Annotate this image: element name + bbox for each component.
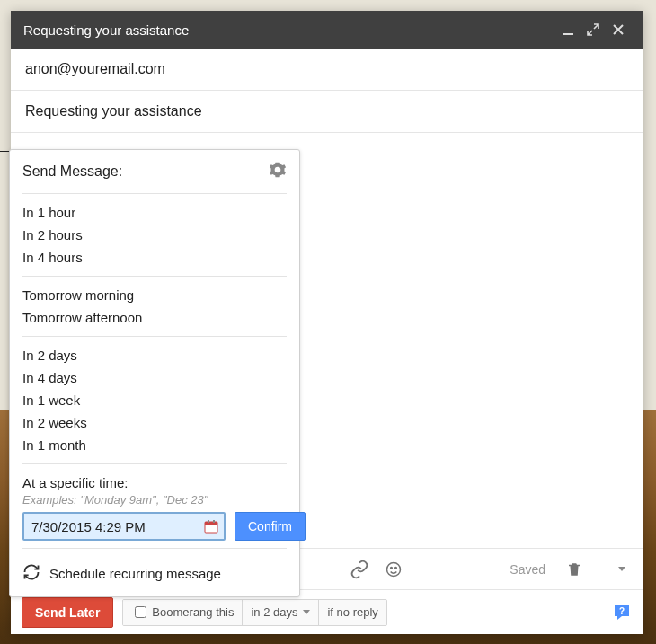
specific-time-examples: Examples: "Monday 9am", "Dec 23"	[22, 490, 287, 512]
subject-field[interactable]: Requesting your assistance	[11, 91, 643, 133]
schedule-option[interactable]: Tomorrow morning	[22, 284, 287, 306]
boomerang-checkbox[interactable]: Boomerang this	[123, 600, 243, 625]
schedule-option[interactable]: In 4 days	[22, 366, 287, 389]
schedule-popover: Send Message: In 1 hour In 2 hours In 4 …	[9, 149, 300, 597]
send-later-button[interactable]: Send Later	[22, 597, 113, 628]
recipients-field[interactable]: anon@youremail.com	[11, 49, 643, 91]
calendar-icon[interactable]	[204, 519, 218, 534]
schedule-group-1: In 1 hour In 2 hours In 4 hours	[22, 198, 287, 272]
divider	[22, 193, 287, 194]
divider	[22, 463, 287, 464]
gear-icon[interactable]	[269, 161, 287, 182]
svg-rect-6	[205, 522, 217, 525]
time-input[interactable]	[30, 518, 204, 535]
divider	[22, 276, 287, 277]
trash-icon[interactable]	[563, 559, 585, 580]
refresh-icon	[22, 563, 40, 584]
schedule-option[interactable]: In 2 days	[22, 344, 287, 366]
divider	[22, 336, 287, 337]
emoji-icon[interactable]	[383, 559, 404, 580]
svg-rect-8	[213, 520, 215, 523]
schedule-option[interactable]: Tomorrow afternoon	[22, 306, 287, 329]
compose-header: Requesting your assistance	[11, 11, 643, 49]
schedule-group-3: In 2 days In 4 days In 1 week In 2 weeks…	[22, 340, 287, 460]
compose-title: Requesting your assistance	[23, 22, 555, 38]
boomerang-condition[interactable]: if no reply	[319, 600, 386, 625]
svg-rect-7	[208, 520, 209, 523]
time-input-wrap	[22, 512, 226, 541]
confirm-button[interactable]: Confirm	[235, 512, 306, 541]
link-icon[interactable]	[349, 559, 370, 580]
boomerang-interval: in 2 days	[251, 605, 297, 619]
close-icon[interactable]	[606, 23, 631, 36]
schedule-option[interactable]: In 1 week	[22, 389, 287, 411]
schedule-option[interactable]: In 1 hour	[22, 201, 287, 224]
schedule-header: Send Message:	[22, 150, 287, 190]
chevron-down-icon	[303, 610, 310, 614]
svg-point-1	[387, 562, 401, 576]
saved-status: Saved	[510, 562, 545, 577]
divider	[598, 560, 598, 579]
boomerang-condition-label: if no reply	[327, 605, 377, 619]
recurring-label: Schedule recurring message	[49, 566, 221, 581]
boomerang-interval-dropdown[interactable]: in 2 days	[243, 600, 319, 625]
boomerang-checkbox-input[interactable]	[135, 606, 146, 618]
boomerang-label: Boomerang this	[152, 605, 234, 619]
schedule-title: Send Message:	[22, 163, 269, 180]
more-menu[interactable]	[611, 559, 633, 580]
svg-point-3	[395, 567, 397, 569]
schedule-option[interactable]: In 2 hours	[22, 224, 287, 246]
specific-time-row: Confirm	[22, 512, 287, 544]
divider	[22, 548, 287, 549]
svg-rect-0	[563, 33, 573, 35]
schedule-option[interactable]: In 2 weeks	[22, 411, 287, 434]
minimize-icon[interactable]	[555, 23, 581, 36]
specific-time-label: At a specific time:	[22, 468, 287, 490]
expand-icon[interactable]	[581, 23, 606, 36]
help-icon[interactable]: ?	[611, 602, 633, 623]
schedule-option[interactable]: In 1 month	[22, 434, 287, 456]
schedule-group-2: Tomorrow morning Tomorrow afternoon	[22, 280, 287, 332]
svg-point-2	[391, 567, 393, 569]
schedule-option[interactable]: In 4 hours	[22, 246, 287, 269]
boomerang-controls: Boomerang this in 2 days if no reply	[122, 599, 386, 626]
svg-text:?: ?	[619, 606, 625, 616]
recurring-option[interactable]: Schedule recurring message	[22, 552, 287, 596]
